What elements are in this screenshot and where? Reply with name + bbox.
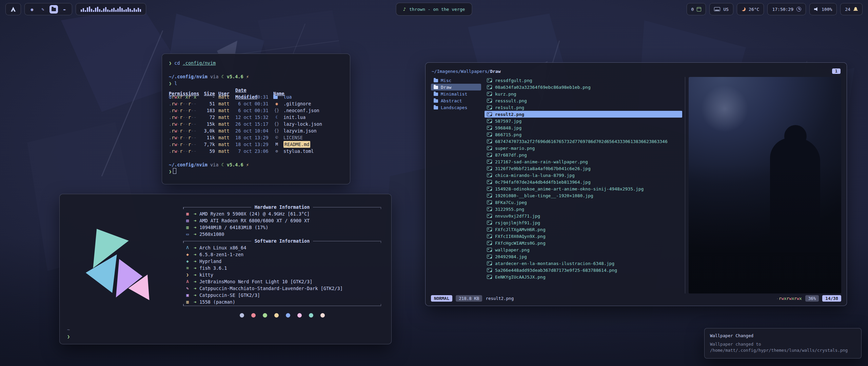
file-item[interactable]: EeNKYgIUcAAJ5JX.png xyxy=(485,273,682,280)
package-icon xyxy=(697,7,701,12)
arrow-icon: ➜ xyxy=(194,231,196,238)
directory-name: Abstract xyxy=(441,98,462,103)
file-item[interactable]: 587597.jpg xyxy=(485,118,682,124)
launcher-button[interactable] xyxy=(5,3,21,15)
shell-prompt: ~/.config/nvim via ☾ v5.4.6 ⚡ xyxy=(169,161,343,168)
edit-icon[interactable]: ✎ xyxy=(39,5,47,14)
keyboard-layout-module[interactable]: US xyxy=(709,3,733,15)
image-file-icon xyxy=(487,166,492,170)
file-item[interactable]: 217167-sad-anime-rain-wallpaper.png xyxy=(485,158,682,165)
fetch-line: ▭ ➜ 868x366 xyxy=(183,231,381,238)
browser-icon[interactable]: ◉ xyxy=(28,5,36,14)
file-item[interactable]: FXfcII0X0AQyn9X.png xyxy=(485,233,682,240)
file-item[interactable]: 5a266e448add93deab367d87173e9f25-6837886… xyxy=(485,267,682,273)
image-file-icon xyxy=(487,112,492,116)
volume-module[interactable]: 100% xyxy=(809,3,837,15)
shell-prompt[interactable]: ~ ❯ xyxy=(67,326,70,340)
visualizer-bar xyxy=(140,9,141,12)
file-item[interactable]: resssult.png xyxy=(485,97,682,104)
bolt-icon: ⚡ xyxy=(246,162,249,167)
fetch-line: Λ ➜ Arch Linux x86_64 xyxy=(183,244,381,251)
permissions: .rw-r--r-- xyxy=(169,100,198,107)
file-item[interactable]: 08a634fa02a32364f69ebc86a98eb1eb.png xyxy=(485,84,682,90)
file-item[interactable]: nnvuv0xj2df71.jpg xyxy=(485,212,682,219)
directory-item[interactable]: Landscapes xyxy=(431,104,481,111)
file-item[interactable]: 3122955.png xyxy=(485,206,682,212)
fetch-box-bottom xyxy=(183,306,381,309)
arrow-icon: ➜ xyxy=(194,299,196,305)
permissions: .rw-r--r-- xyxy=(169,114,198,121)
file-name: 08a634fa02a32364f69ebc86a98eb1eb.png xyxy=(495,85,591,90)
fetch-line: ▥ ➜ 10948MiB / 64183MiB (17%) xyxy=(183,224,381,231)
file-name: nnvuv0xj2df71.jpg xyxy=(495,214,540,219)
fetch-terminal-window[interactable]: Hardware Information ▦ ➜ AMD Ryzen 9 590… xyxy=(59,194,392,344)
module-value: 24 xyxy=(845,7,850,12)
file-item[interactable]: 0c794faf07de24a4db4d4fb1eb813964.jpg xyxy=(485,179,682,185)
image-file-icon xyxy=(487,221,492,225)
memory-icon: ▥ xyxy=(184,224,191,231)
file-item[interactable]: 20492984.jpg xyxy=(485,253,682,260)
arrow-icon: ➜ xyxy=(194,265,196,271)
media-player-widget[interactable]: ♪ thrown - on the verge xyxy=(396,3,472,16)
directory-pane: Misc Draw Minimalist Abstract Landscapes xyxy=(431,77,481,293)
topbar-right-modules: 0 US 26°C 17:50:29 100% 24 xyxy=(687,3,863,15)
file-item[interactable]: kurz.png xyxy=(485,90,682,97)
notifications-module[interactable]: 24 xyxy=(840,3,863,15)
file-item[interactable]: super-mario.png xyxy=(485,145,682,151)
file-name: lazy-lock.json xyxy=(283,121,343,127)
visualizer-bar xyxy=(109,10,111,12)
file-manager-header: ~/Imagenes/Wallpapers/ Draw 1 xyxy=(431,66,841,76)
bell-icon xyxy=(853,7,858,12)
palette-dot xyxy=(309,313,313,318)
pen-icon[interactable]: ✒ xyxy=(60,5,69,14)
terminal-window[interactable]: ❯ cd .config/nvim ~/.config/nvim via ☾ v… xyxy=(162,54,350,184)
os-icon: Λ xyxy=(184,244,191,251)
file-item[interactable]: wallpaper.png xyxy=(485,246,682,253)
visualizer-bar xyxy=(101,11,102,12)
directory-item[interactable]: Misc xyxy=(431,77,481,84)
file-name: lua xyxy=(283,94,343,100)
file-item[interactable]: FXfcHgcWIAMzs0G.png xyxy=(485,240,682,246)
file-item[interactable]: FXfcJlTXgAMvH6R.png xyxy=(485,226,682,233)
file-item[interactable]: chica-mirando-la-luna-8799.jpg xyxy=(485,172,682,179)
cursor-line[interactable]: ❯ xyxy=(169,168,343,175)
preview-shadow xyxy=(689,77,841,293)
file-permissions: -rwxrwxrwx xyxy=(776,296,802,301)
file-item[interactable]: result2.png xyxy=(485,111,682,118)
file-item[interactable]: ressdfgult.png xyxy=(485,77,682,84)
notification-popup[interactable]: Wallpaper Changed Wallpaper changed to /… xyxy=(704,328,862,359)
font-icon: A xyxy=(184,278,191,285)
notification-title: Wallpaper Changed xyxy=(710,333,856,339)
tab-indicator[interactable]: 1 xyxy=(832,68,841,74)
file-manager-window[interactable]: ~/Imagenes/Wallpapers/ Draw 1 Misc Draw … xyxy=(425,62,847,306)
file-item[interactable]: atardecer-en-la-montanas-ilustracion-634… xyxy=(485,260,682,267)
file-item[interactable]: 154928-odinokoe_anime-art-anime-okno-sin… xyxy=(485,185,682,192)
file-item[interactable]: re1sult.png xyxy=(485,104,682,111)
file-date: 6 oct 00:31 xyxy=(235,107,270,114)
updates-module[interactable]: 0 xyxy=(687,3,706,15)
file-item[interactable]: 19201080-__blue-tinge__-1920×1080.jpg xyxy=(485,192,682,199)
directory-item[interactable]: Draw xyxy=(431,84,481,90)
file-item[interactable]: 866715.png xyxy=(485,131,682,138)
file-item[interactable]: 3126f7e9bbf21a8a4af0b67b041c6e26.jpg xyxy=(485,165,682,172)
visualizer-bar xyxy=(103,8,104,12)
weather-module[interactable]: 26°C xyxy=(737,3,764,15)
icon-theme-icon: ▣ xyxy=(184,292,191,299)
arch-logo-icon xyxy=(10,6,16,12)
directory-item[interactable]: Abstract xyxy=(431,97,481,104)
file-item[interactable]: 68747470733a2f2f696d616765732d7769786d70… xyxy=(485,138,682,145)
file-item[interactable]: 8FKa7Cu.jpeg xyxy=(485,199,682,206)
music-note-icon: ♪ xyxy=(403,6,406,12)
file-item[interactable]: 596848.jpg xyxy=(485,124,682,131)
file-date: 6 oct 00:31 xyxy=(235,100,270,107)
directory-item[interactable]: Minimalist xyxy=(431,90,481,97)
files-icon[interactable] xyxy=(50,5,58,14)
file-item[interactable]: 87r687df.png xyxy=(485,151,682,158)
file-name: FXfcJlTXgAMvH6R.png xyxy=(495,227,546,232)
file-name: .neoconf.json xyxy=(283,107,343,114)
file-item[interactable]: rsjqojlmjhf91.jpg xyxy=(485,219,682,226)
arrow-icon: ➜ xyxy=(194,224,196,231)
clock-module[interactable]: 17:50:29 xyxy=(767,3,806,15)
image-file-icon xyxy=(487,227,492,231)
image-file-icon xyxy=(487,214,492,218)
